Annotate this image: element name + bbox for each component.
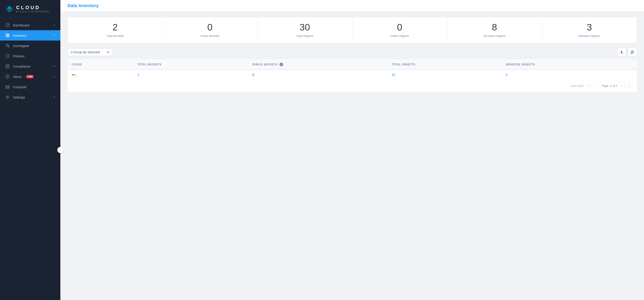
malware-objects-label: Malware Objects [546,34,632,38]
dashboard-chevron: ▾ [54,24,55,27]
compliance-label: Compliance [13,65,31,68]
total-objects-label: Total Objects [262,34,348,38]
sidebar-item-inventory[interactable]: Inventory ▾ [0,30,60,41]
col-total-buckets: TOTAL BUCKETS [134,60,248,70]
main-content: Data Inventory 2 Total Buckets 0 Public … [60,0,644,300]
svg-point-5 [8,25,8,26]
table-toolbar: 0 Group By Selected ▾ [68,48,637,57]
total-buckets-link[interactable]: 2 [138,73,139,77]
sidebar-navigation: Dashboard ▾ Inventory ▾ Investigate [0,17,60,300]
download-button[interactable] [617,48,626,57]
svg-rect-19 [6,86,9,88]
prev-page-icon [596,85,598,87]
col-cloud: CLOUD [68,60,134,70]
group-by-select[interactable]: 0 Group By Selected ▾ [68,48,112,56]
inventory-label: Inventory [13,34,27,37]
col-public-buckets: PUBLIC BUCKETS i [248,60,388,70]
compute-icon [5,85,10,89]
group-by-chevron-icon: ▾ [107,50,109,54]
total-buckets-number: 2 [72,23,158,32]
svg-marker-29 [77,76,78,76]
data-table: CLOUD TOTAL BUCKETS PUBLIC BUCKETS i TOT… [68,59,637,92]
logo-text: CLOUD BY PALO ALTO NETWORKS [16,5,49,13]
dashboard-label: Dashboard [13,23,29,27]
stat-card-malware-objects: 3 Malware Objects [542,17,636,43]
stat-card-total-objects: 30 Total Objects [258,17,352,43]
svg-rect-23 [620,53,623,54]
prev-page-button[interactable] [594,83,600,89]
alerts-icon [5,74,10,79]
table-body: aws 2 0 30 [68,70,637,80]
page-info: Page 1 of 1 [602,84,618,88]
public-objects-label: Public Objects [357,34,442,38]
download-icon [620,50,624,54]
cell-cloud: aws [68,70,134,80]
palo-alto-icon [5,5,14,13]
table-header-row: CLOUD TOTAL BUCKETS PUBLIC BUCKETS i TOT… [68,60,637,70]
compliance-chevron: ▾ [54,65,55,68]
cell-public-buckets: 0 [248,70,388,80]
svg-rect-24 [631,51,634,51]
last-page-button[interactable] [626,83,632,89]
logo-sub-label: BY PALO ALTO NETWORKS [16,11,49,13]
columns-icon [630,50,634,54]
svg-text:aws: aws [72,74,75,76]
sidebar-item-compute[interactable]: Compute [0,82,60,92]
dashboard-icon [5,23,10,27]
policies-icon [5,54,10,58]
public-buckets-number: 0 [167,23,253,32]
sidebar-logo: CLOUD BY PALO ALTO NETWORKS [0,0,60,17]
page-title: Data Inventory [68,3,98,8]
first-page-button[interactable] [586,83,593,89]
aws-logo-svg: aws [72,73,78,76]
inventory-icon [5,33,10,38]
last-page-icon [628,85,630,87]
group-by-label: 0 Group By Selected [71,50,100,54]
svg-point-17 [8,77,8,78]
public-objects-number: 0 [357,23,442,32]
sidebar: CLOUD BY PALO ALTO NETWORKS Dashboard ▾ … [0,0,60,300]
sidebar-item-policies[interactable]: Policies [0,51,60,61]
compute-label: Compute [13,85,26,89]
sidebar-item-alerts[interactable]: Alerts 1794 ▾ [0,71,60,82]
svg-rect-7 [6,35,10,36]
policies-label: Policies [13,54,24,58]
columns-button[interactable] [628,48,637,57]
table-header: CLOUD TOTAL BUCKETS PUBLIC BUCKETS i TOT… [68,60,637,70]
table-footer: 1 to 1 of 1 [68,80,637,92]
sidebar-item-settings[interactable]: Settings ▾ [0,92,60,102]
col-total-objects: TOTAL OBJECTS [388,60,502,70]
col-sensitive-objects: SENSITIVE OBJECTS [502,60,637,70]
stat-card-public-buckets: 0 Public Buckets [162,17,258,43]
sidebar-item-investigate[interactable]: Investigate [0,41,60,51]
sensitive-objects-link[interactable]: 8 [506,73,507,77]
total-buckets-label: Total Buckets [72,34,158,38]
settings-chevron: ▾ [54,96,55,99]
stat-card-total-buckets: 2 Total Buckets [68,17,162,43]
sidebar-collapse-button[interactable]: ‹ [57,147,64,153]
pagination: 1 to 1 of 1 [68,80,636,92]
alerts-chevron: ▾ [54,75,55,78]
inventory-chevron: ▾ [54,34,55,37]
svg-point-22 [7,97,8,98]
svg-rect-27 [631,54,633,54]
public-buckets-info-icon[interactable]: i [280,63,283,66]
compliance-icon [5,64,10,69]
malware-objects-number: 3 [546,23,632,32]
sidebar-item-compliance[interactable]: Compliance ▾ [0,61,60,71]
alerts-label: Alerts [13,75,22,79]
total-objects-link[interactable]: 30 [392,73,395,77]
table-row: aws 2 0 30 [68,70,637,80]
logo-cloud-label: CLOUD [16,5,49,10]
aws-logo: aws [72,73,130,76]
settings-icon [5,95,10,99]
pagination-summary: 1 to 1 of 1 [571,84,584,88]
sidebar-item-dashboard[interactable]: Dashboard ▾ [0,20,60,30]
next-page-button[interactable] [619,83,625,89]
top-bar: Data Inventory [60,0,644,12]
first-page-icon [588,85,591,87]
svg-rect-6 [6,34,10,35]
stat-card-sensitive-objects: 8 Sensitive Objects [447,17,542,43]
investigate-label: Investigate [13,44,29,48]
svg-rect-25 [631,52,634,52]
